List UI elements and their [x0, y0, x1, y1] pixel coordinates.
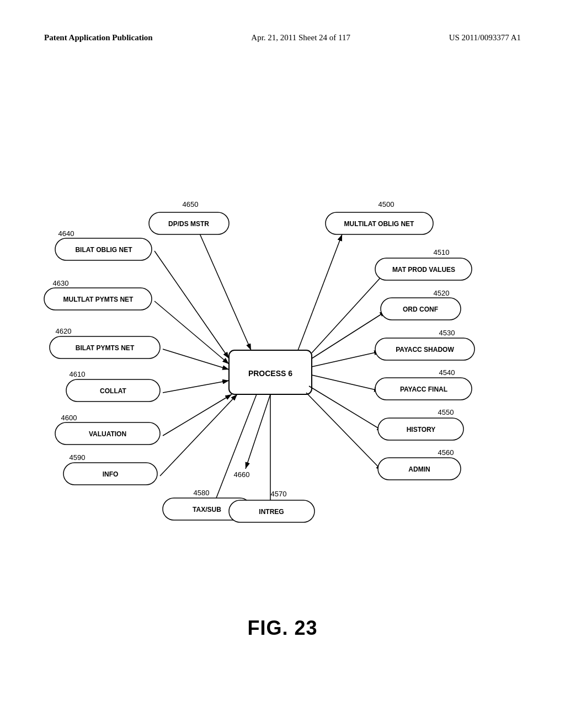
svg-text:4550: 4550 — [438, 408, 454, 416]
svg-line-8 — [298, 234, 342, 350]
svg-text:4530: 4530 — [439, 329, 455, 337]
svg-text:4570: 4570 — [271, 490, 287, 498]
svg-line-60 — [211, 394, 257, 511]
svg-text:4640: 4640 — [58, 229, 74, 238]
svg-text:4580: 4580 — [194, 489, 210, 497]
header-center: Apr. 21, 2011 Sheet 24 of 117 — [251, 33, 350, 42]
svg-text:PROCESS 6: PROCESS 6 — [248, 369, 292, 378]
svg-text:BILAT PYMTS NET: BILAT PYMTS NET — [76, 344, 135, 352]
svg-text:4600: 4600 — [61, 414, 77, 422]
header-right: US 2011/0093377 A1 — [449, 33, 521, 42]
svg-line-48 — [309, 386, 383, 431]
svg-line-4 — [196, 225, 251, 350]
svg-line-52 — [160, 394, 237, 476]
svg-text:PAYACC SHADOW: PAYACC SHADOW — [396, 346, 454, 354]
svg-line-44 — [163, 394, 232, 436]
figure-label: FIG. 23 — [247, 617, 317, 640]
svg-text:ADMIN: ADMIN — [408, 465, 430, 473]
svg-text:PAYACC FINAL: PAYACC FINAL — [400, 386, 447, 393]
svg-text:4510: 4510 — [434, 248, 450, 256]
svg-line-28 — [163, 349, 229, 370]
svg-line-36 — [163, 381, 229, 393]
svg-text:DP/DS MSTR: DP/DS MSTR — [168, 220, 209, 228]
svg-text:HISTORY: HISTORY — [407, 426, 436, 433]
svg-text:4590: 4590 — [70, 453, 86, 462]
svg-text:MAT PROD VALUES: MAT PROD VALUES — [392, 266, 455, 274]
svg-text:COLLAT: COLLAT — [100, 387, 126, 395]
svg-line-20 — [154, 301, 229, 364]
svg-line-40 — [312, 375, 381, 391]
svg-text:TAX/SUB: TAX/SUB — [193, 506, 221, 513]
svg-text:MULTLAT PYMTS NET: MULTLAT PYMTS NET — [63, 296, 134, 303]
svg-text:ORD CONF: ORD CONF — [403, 306, 438, 313]
svg-text:4560: 4560 — [438, 448, 454, 457]
svg-text:4650: 4650 — [183, 200, 199, 208]
svg-text:INTREG: INTREG — [259, 508, 284, 516]
svg-text:4540: 4540 — [439, 368, 455, 377]
diagram-area: PROCESS 6 DP/DS MSTR 4650 MULTILAT OBLIG… — [0, 88, 565, 618]
svg-text:INFO: INFO — [103, 470, 119, 478]
svg-text:4610: 4610 — [70, 370, 86, 378]
svg-text:MULTILAT OBLIG NET: MULTILAT OBLIG NET — [344, 220, 415, 228]
svg-text:4500: 4500 — [379, 200, 395, 208]
svg-text:4630: 4630 — [53, 279, 69, 287]
svg-text:4620: 4620 — [56, 327, 72, 335]
svg-line-56 — [306, 393, 382, 471]
header-left: Patent Application Publication — [44, 33, 153, 42]
page-header: Patent Application Publication Apr. 21, … — [0, 33, 565, 42]
svg-line-32 — [312, 351, 381, 367]
svg-text:4520: 4520 — [434, 289, 450, 297]
svg-line-68 — [246, 394, 270, 469]
svg-text:BILAT OBLIG NET: BILAT OBLIG NET — [75, 246, 132, 254]
svg-text:4660: 4660 — [234, 470, 250, 479]
svg-line-12 — [154, 251, 229, 358]
svg-text:VALUATION: VALUATION — [89, 430, 126, 438]
